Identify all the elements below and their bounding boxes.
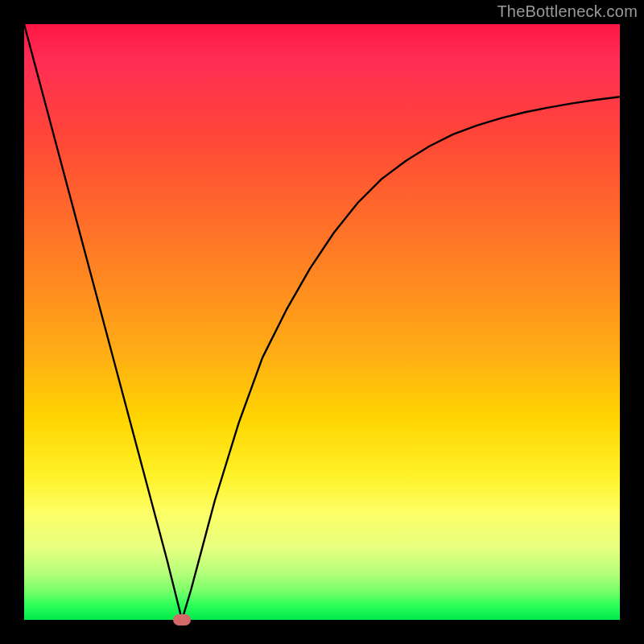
plot-area (24, 24, 620, 620)
min-marker (173, 614, 191, 625)
chart-frame: TheBottleneck.com (0, 0, 644, 644)
curve-svg (24, 24, 620, 620)
watermark-text: TheBottleneck.com (497, 2, 638, 21)
bottleneck-curve-path (24, 24, 620, 620)
